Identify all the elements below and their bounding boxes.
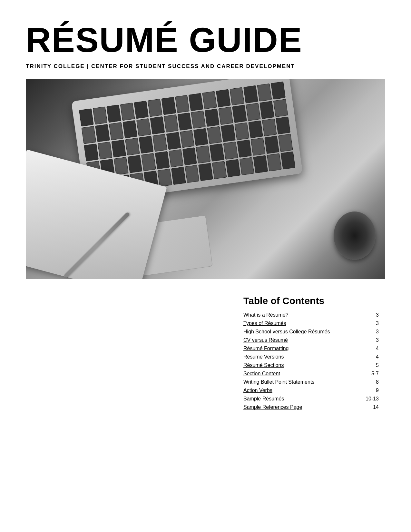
toc-item-page: 3 bbox=[366, 320, 379, 326]
toc-row: CV versus Résumé3 bbox=[243, 337, 379, 344]
key bbox=[207, 126, 222, 144]
key bbox=[202, 91, 217, 109]
toc-item-label[interactable]: What is a Résumé? bbox=[243, 312, 289, 318]
key bbox=[232, 105, 247, 123]
toc-item-label[interactable]: Résumé Sections bbox=[243, 362, 284, 368]
toc-item-page: 5 bbox=[366, 362, 379, 368]
key bbox=[164, 114, 179, 133]
toc-row: Section Content5-7 bbox=[243, 371, 379, 377]
key bbox=[262, 118, 277, 136]
key bbox=[169, 149, 183, 167]
page-subtitle: TRINITY COLLEGE | CENTER FOR STUDENT SUC… bbox=[26, 63, 385, 70]
key bbox=[259, 101, 274, 119]
toc-item-page: 4 bbox=[366, 346, 379, 351]
key bbox=[253, 155, 268, 173]
toc-item-page: 10-13 bbox=[366, 396, 379, 402]
key bbox=[271, 82, 286, 100]
key bbox=[248, 120, 263, 138]
toc-item-label[interactable]: Writing Bullet Point Statements bbox=[243, 379, 314, 385]
toc-item-label[interactable]: Types of Résumés bbox=[243, 320, 286, 326]
toc-item-label[interactable]: Sample Résumés bbox=[243, 396, 284, 402]
toc-item-page: 3 bbox=[366, 337, 379, 343]
key bbox=[199, 163, 213, 181]
key bbox=[136, 118, 151, 136]
hero-image bbox=[26, 79, 385, 279]
toc-item-label[interactable]: High School versus College Résumés bbox=[243, 329, 330, 335]
key bbox=[155, 151, 170, 169]
key bbox=[210, 143, 225, 162]
toc-row: Writing Bullet Point Statements8 bbox=[243, 379, 379, 386]
key bbox=[235, 122, 250, 140]
key bbox=[166, 132, 181, 150]
key bbox=[122, 120, 137, 138]
key bbox=[212, 161, 227, 179]
key bbox=[196, 145, 211, 163]
page-title: RÉSUMÉ GUIDE bbox=[26, 23, 385, 57]
key bbox=[189, 93, 203, 111]
key bbox=[150, 116, 165, 134]
toc-item-page: 3 bbox=[366, 329, 379, 335]
toc-row: Résumé Formatting4 bbox=[243, 346, 379, 352]
toc-container: Table of Contents What is a Résumé?3Type… bbox=[243, 295, 379, 413]
key bbox=[141, 153, 156, 171]
key bbox=[139, 136, 153, 154]
bottom-section: Table of Contents What is a Résumé?3Type… bbox=[26, 295, 385, 413]
key bbox=[230, 87, 245, 105]
toc-item-page: 5-7 bbox=[366, 371, 379, 377]
key bbox=[171, 167, 186, 185]
page-container: RÉSUMÉ GUIDE TRINITY COLLEGE | CENTER FO… bbox=[0, 0, 411, 532]
toc-item-page: 4 bbox=[366, 354, 379, 360]
key bbox=[265, 136, 279, 154]
toc-row: Action Verbs9 bbox=[243, 388, 379, 394]
toc-item-page: 3 bbox=[366, 312, 379, 318]
key bbox=[157, 169, 172, 187]
key bbox=[191, 111, 206, 129]
key bbox=[114, 157, 129, 175]
key bbox=[267, 153, 282, 172]
toc-item-page: 14 bbox=[366, 404, 379, 410]
key bbox=[134, 101, 149, 119]
key bbox=[185, 165, 200, 183]
toc-item-label[interactable]: CV versus Résumé bbox=[243, 337, 288, 343]
toc-item-label[interactable]: Section Content bbox=[243, 371, 280, 377]
key bbox=[257, 84, 272, 102]
key bbox=[219, 107, 233, 125]
toc-row: Sample References Page14 bbox=[243, 404, 379, 411]
key bbox=[240, 157, 254, 175]
key bbox=[161, 97, 176, 115]
key bbox=[111, 140, 126, 158]
key bbox=[84, 143, 99, 162]
key bbox=[93, 106, 108, 124]
toc-item-label[interactable]: Résumé Versions bbox=[243, 354, 284, 360]
key bbox=[273, 99, 288, 117]
hero-image-background bbox=[26, 79, 385, 279]
key bbox=[95, 124, 110, 142]
key bbox=[109, 122, 124, 140]
toc-item-label[interactable]: Sample References Page bbox=[243, 404, 302, 410]
key bbox=[216, 89, 231, 107]
toc-item-label[interactable]: Résumé Formatting bbox=[243, 346, 289, 351]
key bbox=[246, 103, 261, 121]
key bbox=[281, 152, 296, 170]
key bbox=[205, 109, 220, 127]
key bbox=[251, 138, 266, 156]
key bbox=[243, 85, 258, 103]
toc-item-page: 9 bbox=[366, 388, 379, 393]
key bbox=[193, 128, 208, 146]
key bbox=[152, 134, 167, 152]
toc-item-label[interactable]: Action Verbs bbox=[243, 388, 272, 393]
key bbox=[125, 138, 140, 156]
toc-row: Résumé Sections5 bbox=[243, 362, 379, 369]
key bbox=[276, 116, 290, 134]
key bbox=[223, 142, 238, 160]
key bbox=[180, 130, 195, 148]
key bbox=[79, 108, 94, 126]
key bbox=[106, 104, 121, 123]
toc-heading: Table of Contents bbox=[243, 295, 379, 306]
key bbox=[237, 140, 252, 158]
toc-row: Types of Résumés3 bbox=[243, 320, 379, 327]
toc-row: Résumé Versions4 bbox=[243, 354, 379, 360]
key bbox=[182, 147, 197, 165]
key bbox=[127, 155, 142, 173]
toc-list: What is a Résumé?3Types of Résumés3High … bbox=[243, 312, 379, 411]
